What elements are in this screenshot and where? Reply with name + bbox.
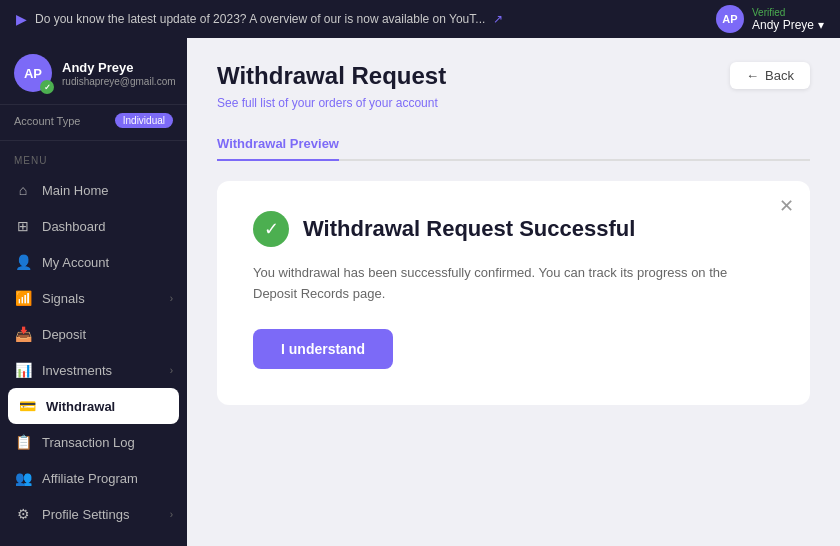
chevron-right-icon: › bbox=[170, 509, 173, 520]
sidebar-item-withdrawal[interactable]: 💳 Withdrawal bbox=[8, 388, 179, 424]
sidebar-item-main-home[interactable]: ⌂ Main Home bbox=[0, 172, 187, 208]
user-menu: AP Verified Andy Preye ▾ bbox=[716, 5, 824, 33]
sidebar-item-dashboard[interactable]: ⊞ Dashboard bbox=[0, 208, 187, 244]
tab-withdrawal-preview[interactable]: Withdrawal Preview bbox=[217, 128, 339, 161]
main-layout: AP ✓ Andy Preye rudishapreye@gmail.com A… bbox=[0, 38, 840, 546]
back-arrow-icon: ← bbox=[746, 68, 759, 83]
sidebar-item-my-account[interactable]: 👤 My Account bbox=[0, 244, 187, 280]
sidebar-item-deposit[interactable]: 📥 Deposit bbox=[0, 316, 187, 352]
notification-icon: ▶ bbox=[16, 11, 27, 27]
tabs: Withdrawal Preview bbox=[217, 128, 810, 161]
sidebar-item-label: Signals bbox=[42, 291, 85, 306]
close-button[interactable]: ✕ bbox=[779, 195, 794, 217]
sidebar-item-label: Transaction Log bbox=[42, 435, 135, 450]
sidebar-item-profile-settings[interactable]: ⚙ Profile Settings › bbox=[0, 496, 187, 532]
notification-text: Do you know the latest update of 2023? A… bbox=[35, 12, 485, 26]
sidebar-item-label: Main Home bbox=[42, 183, 108, 198]
success-message: You withdrawal has been successfully con… bbox=[253, 263, 774, 305]
chevron-right-icon: › bbox=[170, 293, 173, 304]
top-bar: ▶ Do you know the latest update of 2023?… bbox=[0, 0, 840, 38]
account-type-row: Account Type Individual bbox=[0, 105, 187, 141]
external-link-icon: ↗ bbox=[493, 12, 503, 26]
home-icon: ⌂ bbox=[14, 182, 32, 198]
sidebar-item-label: Affiliate Program bbox=[42, 471, 138, 486]
page-subtitle[interactable]: See full list of your orders of your acc… bbox=[217, 96, 810, 110]
top-bar-username[interactable]: Andy Preye ▾ bbox=[752, 18, 824, 32]
chevron-right-icon: › bbox=[170, 365, 173, 376]
account-type-label: Account Type bbox=[14, 115, 80, 127]
success-card: ✕ ✓ Withdrawal Request Successful You wi… bbox=[217, 181, 810, 405]
sidebar-profile: AP ✓ Andy Preye rudishapreye@gmail.com bbox=[0, 38, 187, 105]
notification-link[interactable]: ↗ bbox=[493, 12, 503, 26]
deposit-icon: 📥 bbox=[14, 326, 32, 342]
page-title: Withdrawal Request bbox=[217, 62, 446, 90]
sidebar-user-info: Andy Preye rudishapreye@gmail.com bbox=[62, 60, 176, 87]
dashboard-icon: ⊞ bbox=[14, 218, 32, 234]
sidebar-item-label: My Account bbox=[42, 255, 109, 270]
verified-label: Verified bbox=[752, 7, 824, 18]
sidebar-item-investments[interactable]: 📊 Investments › bbox=[0, 352, 187, 388]
sidebar-username: Andy Preye bbox=[62, 60, 176, 75]
sidebar-item-label: Dashboard bbox=[42, 219, 106, 234]
transaction-icon: 📋 bbox=[14, 434, 32, 450]
understand-button[interactable]: I understand bbox=[253, 329, 393, 369]
investments-icon: 📊 bbox=[14, 362, 32, 378]
account-type-badge: Individual bbox=[115, 113, 173, 128]
top-bar-user-info: Verified Andy Preye ▾ bbox=[752, 7, 824, 32]
success-title: Withdrawal Request Successful bbox=[303, 216, 635, 242]
sidebar-avatar: AP ✓ bbox=[14, 54, 52, 92]
sidebar-item-label: Profile Settings bbox=[42, 507, 129, 522]
top-bar-avatar: AP bbox=[716, 5, 744, 33]
signals-icon: 📶 bbox=[14, 290, 32, 306]
close-icon: ✕ bbox=[779, 196, 794, 216]
sidebar-item-label: Deposit bbox=[42, 327, 86, 342]
back-button-label: Back bbox=[765, 68, 794, 83]
affiliate-icon: 👥 bbox=[14, 470, 32, 486]
sidebar-item-transaction-log[interactable]: 📋 Transaction Log bbox=[0, 424, 187, 460]
success-header: ✓ Withdrawal Request Successful bbox=[253, 211, 774, 247]
success-check-icon: ✓ bbox=[253, 211, 289, 247]
sidebar: AP ✓ Andy Preye rudishapreye@gmail.com A… bbox=[0, 38, 187, 546]
sidebar-email: rudishapreye@gmail.com bbox=[62, 76, 176, 87]
sidebar-item-label: Withdrawal bbox=[46, 399, 115, 414]
sidebar-item-affiliate-program[interactable]: 👥 Affiliate Program bbox=[0, 460, 187, 496]
sidebar-item-signals[interactable]: 📶 Signals › bbox=[0, 280, 187, 316]
account-icon: 👤 bbox=[14, 254, 32, 270]
avatar-verified-check: ✓ bbox=[40, 80, 54, 94]
notification-area: ▶ Do you know the latest update of 2023?… bbox=[16, 11, 503, 27]
sidebar-item-label: Investments bbox=[42, 363, 112, 378]
withdrawal-icon: 💳 bbox=[18, 398, 36, 414]
menu-label: MENU bbox=[0, 141, 187, 172]
main-content: Withdrawal Request ← Back See full list … bbox=[187, 38, 840, 546]
back-button[interactable]: ← Back bbox=[730, 62, 810, 89]
settings-icon: ⚙ bbox=[14, 506, 32, 522]
page-header: Withdrawal Request ← Back bbox=[217, 62, 810, 90]
